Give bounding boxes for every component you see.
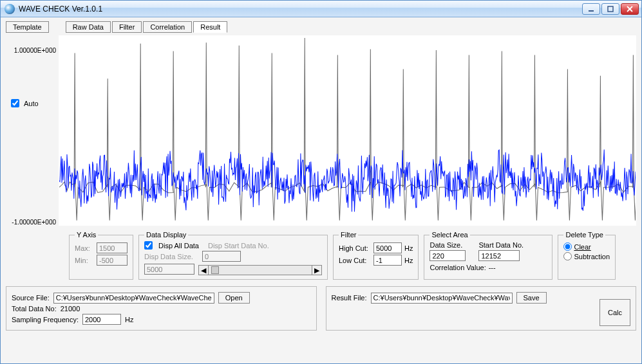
close-button[interactable]	[621, 3, 639, 15]
yaxis-min-input[interactable]	[97, 255, 127, 266]
tab-result[interactable]: Result	[193, 21, 227, 33]
app-window: WAVE CHECK Ver.1.0.1 Template Raw Data F…	[0, 0, 642, 364]
open-button[interactable]: Open	[218, 292, 250, 304]
data-display-panel: Data Display Disp All Data Disp Start Da…	[138, 231, 328, 280]
auto-label: Auto	[24, 100, 39, 107]
disp-size-input[interactable]	[144, 264, 194, 275]
filter-panel: Filter High Cut: Hz Low Cut: Hz	[333, 231, 419, 280]
titlebar: WAVE CHECK Ver.1.0.1	[1, 1, 641, 17]
y-axis-panel: Y Axis Max: Min:	[69, 231, 133, 280]
auto-checkbox[interactable]	[11, 99, 19, 107]
high-cut-input[interactable]	[373, 242, 402, 253]
disp-start-input[interactable]	[202, 251, 241, 262]
result-chart[interactable]	[59, 35, 636, 226]
save-button[interactable]: Save	[516, 292, 547, 304]
correlation-value: ---	[489, 264, 496, 271]
delete-type-clear[interactable]: Clear	[563, 242, 610, 251]
source-file-input[interactable]	[53, 293, 214, 304]
tab-raw-data[interactable]: Raw Data	[66, 21, 111, 33]
low-cut-input[interactable]	[373, 255, 402, 266]
source-panel: Source File: Open Total Data No: 21000 S…	[6, 286, 317, 331]
delete-type-subtraction[interactable]: Subtraction	[563, 252, 610, 260]
calc-button[interactable]: Calc	[600, 299, 630, 326]
maximize-button[interactable]	[601, 3, 619, 15]
disp-scrollbar[interactable]: ◀ ▶	[198, 265, 322, 275]
data-size-input[interactable]	[430, 250, 466, 261]
y-axis-max-label: 1.00000E+000	[8, 47, 59, 54]
select-area-panel: Select Area Data Size. Start Data No. Co…	[424, 231, 552, 280]
sampling-freq-input[interactable]	[82, 314, 121, 325]
tab-bar: Raw Data Filter Correlation Result	[66, 21, 229, 33]
svg-rect-1	[589, 10, 594, 12]
client-area: Template Raw Data Filter Correlation Res…	[1, 17, 641, 363]
scroll-left-icon[interactable]: ◀	[198, 265, 209, 275]
yaxis-max-input[interactable]	[97, 242, 127, 253]
svg-rect-2	[608, 6, 613, 12]
start-data-no-input[interactable]	[478, 250, 520, 261]
tab-correlation[interactable]: Correlation	[143, 21, 192, 33]
result-panel: Result File: Save Calc	[326, 286, 637, 331]
y-axis-min-label: -1.00000E+000	[8, 219, 59, 226]
result-file-input[interactable]	[371, 293, 513, 304]
app-icon	[5, 4, 15, 14]
scroll-right-icon[interactable]: ▶	[312, 265, 322, 275]
tab-filter[interactable]: Filter	[112, 21, 142, 33]
minimize-button[interactable]	[582, 3, 600, 15]
delete-type-panel: Delete Type Clear Subtraction	[558, 231, 616, 280]
window-title: WAVE CHECK Ver.1.0.1	[19, 5, 582, 14]
template-button[interactable]: Template	[6, 21, 49, 33]
disp-all-checkbox[interactable]	[144, 241, 153, 250]
total-data-no: 21000	[61, 305, 80, 313]
